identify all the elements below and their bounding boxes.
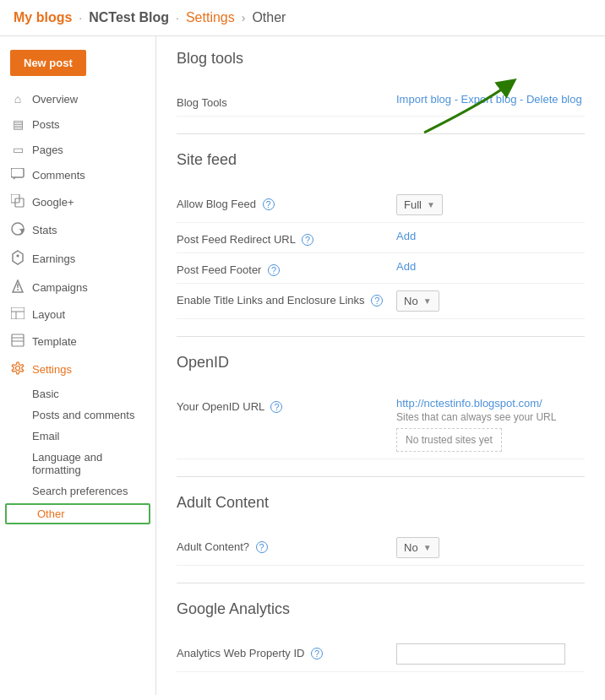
post-footer-row: Post Feed Footer ? Add: [177, 253, 585, 284]
blog-tools-row: Blog Tools Import blog - Export blog - D…: [177, 86, 585, 117]
sidebar-sub-posts-comments[interactable]: Posts and comments: [0, 404, 155, 426]
post-redirect-row: Post Feed Redirect URL ? Add: [177, 223, 585, 253]
sidebar-sub-email[interactable]: Email: [0, 426, 155, 447]
post-redirect-help[interactable]: ?: [302, 234, 313, 246]
breadcrumb-arrow-2: ›: [242, 11, 246, 24]
sidebar-item-overview[interactable]: ⌂ Overview: [0, 86, 155, 111]
sidebar-item-stats[interactable]: Stats: [0, 216, 155, 244]
openid-section-title: OpenID: [177, 354, 585, 377]
adult-content-section-title: Adult Content: [177, 494, 585, 517]
analytics-input[interactable]: [396, 643, 565, 665]
sidebar-item-settings[interactable]: Settings: [0, 355, 155, 383]
sidebar-item-pages[interactable]: ▭ Pages: [0, 137, 155, 162]
svg-rect-0: [11, 168, 24, 177]
post-footer-help[interactable]: ?: [268, 264, 280, 276]
allow-feed-dropdown[interactable]: Full ▼: [396, 194, 443, 215]
main-layout: New post ⌂ Overview ▤ Posts ▭ Pages Comm…: [0, 36, 605, 695]
sidebar-item-label: Template: [32, 335, 77, 348]
posts-icon: ▤: [10, 117, 25, 131]
analytics-divider: [177, 583, 585, 583]
analytics-input-wrapper: [396, 643, 585, 665]
post-footer-label: Post Feed Footer ?: [177, 260, 396, 276]
import-blog-link[interactable]: Import blog: [396, 93, 451, 106]
sidebar-item-label: Settings: [32, 363, 72, 376]
post-footer-value: Add: [396, 260, 585, 273]
title-links-dropdown[interactable]: No ▼: [396, 290, 439, 312]
title-links-value: No ▼: [396, 290, 585, 312]
post-footer-add-link[interactable]: Add: [396, 260, 416, 273]
sidebar-sub-other[interactable]: Other: [5, 503, 150, 524]
sidebar-item-label: Earnings: [32, 252, 75, 265]
tools-sep-2: -: [516, 93, 526, 106]
sidebar-item-label: Campaigns: [32, 281, 88, 294]
sidebar-item-template[interactable]: Template: [0, 328, 155, 355]
sidebar-sub-language-formatting[interactable]: Language and formatting: [0, 447, 155, 480]
layout-icon: [10, 307, 25, 322]
blog-tools-row-wrapper: Blog Tools Import blog - Export blog - D…: [177, 86, 585, 117]
my-blogs-link[interactable]: My blogs: [14, 10, 72, 25]
sidebar-item-label: Google+: [32, 196, 74, 209]
svg-marker-5: [16, 254, 19, 258]
sidebar-item-campaigns[interactable]: Campaigns: [0, 274, 155, 301]
adult-content-value: No ▼: [396, 537, 585, 558]
google-plus-icon: [10, 194, 25, 210]
allow-feed-help[interactable]: ?: [263, 198, 275, 210]
sidebar-item-posts[interactable]: ▤ Posts: [0, 111, 155, 137]
openid-url-row: Your OpenID URL ? http://nctestinfo.blog…: [177, 390, 585, 459]
openid-subtitle: Sites that can always see your URL: [396, 411, 585, 423]
openid-url-text: http://nctestinfo.blogspot.com/: [396, 397, 585, 410]
openid-divider: [177, 336, 585, 337]
sidebar-item-label: Comments: [32, 169, 85, 182]
sidebar-item-label: Posts: [32, 118, 60, 131]
blog-tools-links: Import blog - Export blog - Delete blog: [396, 93, 582, 106]
top-header: My blogs · NCTest Blog · Settings › Othe…: [0, 0, 605, 36]
title-links-row: Enable Title Links and Enclosure Links ?…: [177, 284, 585, 319]
header-separator-1: ·: [79, 11, 82, 24]
sidebar-item-layout[interactable]: Layout: [0, 301, 155, 328]
breadcrumb-arrow-1: ·: [176, 11, 179, 24]
blog-name: NCTest Blog: [89, 10, 169, 25]
post-redirect-label: Post Feed Redirect URL ?: [177, 230, 396, 246]
site-feed-section-title: Site feed: [177, 151, 585, 174]
sidebar-item-comments[interactable]: Comments: [0, 162, 155, 188]
settings-icon: [10, 361, 25, 377]
svg-point-15: [16, 366, 20, 371]
openid-help[interactable]: ?: [270, 401, 282, 413]
pages-icon: ▭: [10, 143, 25, 156]
export-blog-link[interactable]: Export blog: [461, 93, 517, 106]
template-icon: [10, 334, 25, 350]
sidebar-item-label: Layout: [32, 308, 65, 321]
title-links-label: Enable Title Links and Enclosure Links ?: [177, 290, 396, 307]
stats-icon: [10, 222, 25, 238]
settings-breadcrumb-link[interactable]: Settings: [186, 10, 235, 25]
sidebar-item-google-plus[interactable]: Google+: [0, 188, 155, 216]
allow-blog-feed-row: Allow Blog Feed ? Full ▼: [177, 187, 585, 223]
delete-blog-link[interactable]: Delete blog: [526, 93, 582, 106]
main-content: Blog tools Blog Tools Import blog - Expo…: [156, 36, 605, 695]
post-redirect-add-link[interactable]: Add: [396, 230, 416, 242]
current-page-label: Other: [252, 10, 286, 25]
sidebar-sub-search-preferences[interactable]: Search preferences: [0, 480, 155, 502]
sidebar: New post ⌂ Overview ▤ Posts ▭ Pages Comm…: [0, 36, 156, 695]
sidebar-sub-basic[interactable]: Basic: [0, 383, 155, 404]
blog-tools-value: Import blog - Export blog - Delete blog: [396, 93, 585, 106]
adult-content-help[interactable]: ?: [256, 541, 268, 553]
campaigns-icon: [10, 279, 25, 296]
sidebar-item-label: Stats: [32, 224, 57, 236]
blog-tools-section-title: Blog tools: [177, 50, 585, 73]
allow-feed-label: Allow Blog Feed ?: [177, 194, 396, 210]
openid-url-value: http://nctestinfo.blogspot.com/ Sites th…: [396, 397, 585, 452]
svg-rect-9: [11, 307, 25, 319]
sidebar-item-earnings[interactable]: Earnings: [0, 244, 155, 274]
title-links-help[interactable]: ?: [371, 295, 383, 307]
analytics-help[interactable]: ?: [311, 648, 323, 659]
allow-feed-value: Full ▼: [396, 194, 585, 215]
analytics-section-title: Google Analytics: [177, 600, 585, 623]
comments-icon: [10, 168, 25, 182]
sidebar-item-label: Overview: [32, 93, 78, 106]
new-post-button[interactable]: New post: [10, 50, 86, 76]
post-redirect-value: Add: [396, 230, 585, 242]
site-feed-divider: [177, 133, 585, 134]
adult-content-dropdown[interactable]: No ▼: [396, 537, 439, 558]
title-links-dropdown-arrow: ▼: [423, 296, 432, 306]
